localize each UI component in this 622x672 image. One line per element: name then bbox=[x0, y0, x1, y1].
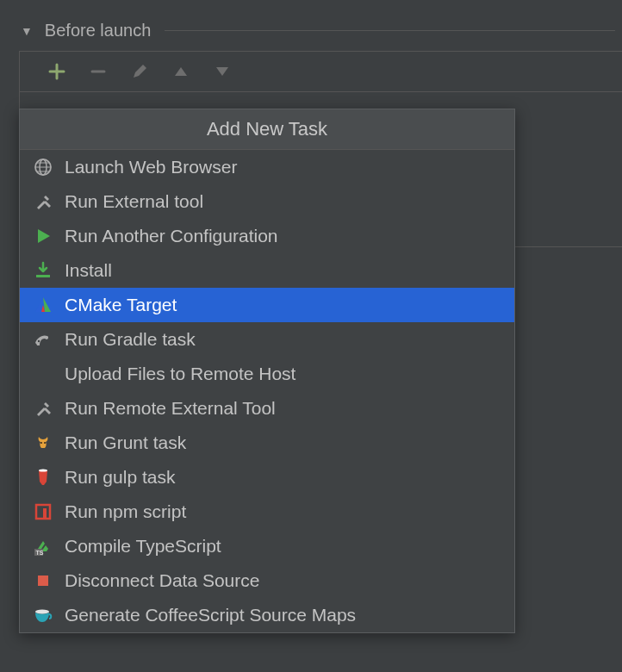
svg-point-11 bbox=[35, 610, 49, 614]
popup-item-label: Run npm script bbox=[65, 501, 186, 522]
typescript-icon: TS bbox=[32, 535, 54, 557]
popup-item-label: Install bbox=[65, 260, 112, 281]
popup-item-run-external-tool[interactable]: Run External tool bbox=[20, 184, 514, 219]
npm-icon bbox=[32, 501, 54, 523]
popup-item-run-gulp-task[interactable]: Run gulp task bbox=[20, 460, 514, 495]
popup-item-run-remote-external-tool[interactable]: Run Remote External Tool bbox=[20, 391, 514, 426]
popup-item-label: Run Grunt task bbox=[65, 432, 186, 453]
svg-point-4 bbox=[44, 442, 46, 444]
popup-item-generate-coffeescript-source-maps[interactable]: Generate CoffeeScript Source Maps bbox=[20, 598, 514, 632]
popup-item-launch-web-browser[interactable]: Launch Web Browser bbox=[20, 150, 514, 184]
svg-point-3 bbox=[40, 442, 42, 444]
globe-icon bbox=[32, 156, 54, 178]
popup-item-label: CMake Target bbox=[65, 295, 177, 315]
disconnect-icon bbox=[32, 569, 54, 592]
move-down-button[interactable] bbox=[211, 60, 233, 83]
popup-item-label: Run Remote External Tool bbox=[65, 398, 276, 419]
popup-item-compile-typescript[interactable]: TSCompile TypeScript bbox=[20, 529, 514, 563]
collapse-arrow-icon: ▼ bbox=[21, 24, 33, 38]
popup-item-cmake-target[interactable]: CMake Target bbox=[20, 288, 514, 322]
add-task-popup: Add New Task Launch Web BrowserRun Exter… bbox=[19, 109, 515, 633]
popup-item-run-gradle-task[interactable]: Run Gradle task bbox=[20, 322, 514, 357]
svg-point-5 bbox=[39, 469, 47, 471]
popup-item-label: Run gulp task bbox=[65, 467, 175, 488]
popup-item-install[interactable]: Install bbox=[20, 253, 514, 288]
install-icon bbox=[32, 259, 54, 282]
popup-item-disconnect-data-source[interactable]: Disconnect Data Source bbox=[20, 563, 514, 598]
gradle-icon bbox=[32, 328, 54, 351]
blank-icon bbox=[32, 363, 54, 385]
popup-items: Launch Web BrowserRun External toolRun A… bbox=[20, 150, 514, 632]
popup-item-label: Run Gradle task bbox=[65, 329, 196, 350]
coffeescript-icon bbox=[32, 604, 54, 626]
popup-title: Add New Task bbox=[20, 109, 514, 150]
remove-button[interactable] bbox=[87, 60, 109, 83]
popup-item-label: Launch Web Browser bbox=[65, 157, 237, 177]
popup-item-run-npm-script[interactable]: Run npm script bbox=[20, 495, 514, 529]
popup-item-label: Run Another Configuration bbox=[65, 226, 278, 246]
popup-item-label: Upload Files to Remote Host bbox=[65, 364, 295, 384]
svg-point-2 bbox=[38, 340, 40, 342]
popup-item-run-grunt-task[interactable]: Run Grunt task bbox=[20, 426, 514, 460]
tools-icon bbox=[32, 190, 54, 213]
popup-item-label: Generate CoffeeScript Source Maps bbox=[65, 605, 356, 625]
popup-item-run-another-configuration[interactable]: Run Another Configuration bbox=[20, 219, 514, 253]
add-button[interactable] bbox=[46, 60, 68, 83]
cmake-icon bbox=[32, 294, 54, 316]
before-launch-toolbar bbox=[19, 51, 622, 92]
popup-item-label: Run External tool bbox=[65, 191, 203, 212]
move-up-button[interactable] bbox=[170, 60, 192, 83]
svg-text:TS: TS bbox=[36, 550, 44, 556]
popup-item-label: Disconnect Data Source bbox=[65, 570, 259, 591]
gulp-icon bbox=[32, 466, 54, 488]
popup-item-upload-files-to-remote-host[interactable]: Upload Files to Remote Host bbox=[20, 357, 514, 391]
separator-line bbox=[165, 30, 615, 31]
tools-icon bbox=[32, 397, 54, 420]
edit-button[interactable] bbox=[128, 60, 151, 83]
play-icon bbox=[32, 225, 54, 247]
before-launch-header[interactable]: ▼ Before launch bbox=[0, 0, 622, 51]
section-title: Before launch bbox=[45, 21, 151, 40]
popup-item-label: Compile TypeScript bbox=[65, 536, 221, 557]
svg-rect-10 bbox=[38, 576, 48, 586]
grunt-icon bbox=[32, 432, 54, 454]
svg-rect-7 bbox=[43, 508, 47, 519]
